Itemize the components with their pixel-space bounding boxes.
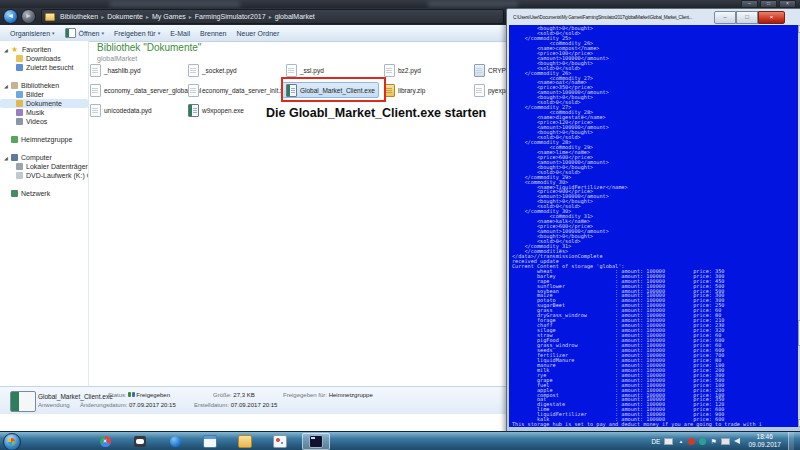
back-button[interactable]: ◄ <box>3 9 18 24</box>
breadcrumb-item-my-games[interactable]: My Games <box>150 13 188 20</box>
minimize-button[interactable]: – <box>741 0 758 8</box>
page-file-icon <box>474 84 485 97</box>
file-item-economy-data-server-global-xml[interactable]: economy_data_server_global.xml <box>90 83 201 97</box>
expander-expanded-icon[interactable]: ◢ <box>4 83 11 89</box>
taskbar-clock[interactable]: 18:46 09.09.2017 <box>748 433 781 449</box>
taskbar-apps <box>92 433 330 449</box>
breadcrumb-item-dokumente[interactable]: Dokumente <box>105 13 145 20</box>
sidebar-item-heimnetzgruppe[interactable]: Heimnetzgruppe <box>0 135 88 144</box>
file-item-hashlib-pyd[interactable]: _hashlib.pyd <box>90 63 141 77</box>
toolbar-button-label: Neuer Ordner <box>236 30 279 37</box>
file-item-library-zip[interactable]: library.zip <box>384 83 425 97</box>
sidebar-item-netzwerk[interactable]: Netzwerk <box>0 189 88 198</box>
sidebar-item-dvd-laufwerk-k-office1[interactable]: DVD-Laufwerk (K:) OFFICE1 <box>0 171 88 180</box>
sidebar-item-label: Bilder <box>26 91 44 98</box>
toolbar-button-label: Organisieren <box>10 30 50 37</box>
windows-logo-icon <box>8 438 15 445</box>
console-output: <bought>0</bought> <sold>0</sold> </comm… <box>509 25 800 427</box>
file-item-bz2-pyd[interactable]: bz2.pyd <box>384 63 421 77</box>
taskbar-app-paint[interactable] <box>267 434 293 449</box>
sidebar-section-bibliotheken: ◢BibliothekenBilderDokumenteMusikVideos <box>0 81 88 126</box>
system-tray: DE ▴⚑ 18:46 09.09.2017 <box>651 432 794 450</box>
taskbar-app-notepad[interactable] <box>197 434 223 449</box>
maximize-button[interactable]: □ <box>736 11 758 24</box>
network-tray-icon[interactable] <box>721 438 730 445</box>
sidebar-item-computer[interactable]: ◢Computer <box>0 153 88 162</box>
taskbar-app-chrome[interactable] <box>92 434 118 449</box>
breadcrumb-item-globalmarket[interactable]: globalMarket <box>273 13 317 20</box>
details-field-label: Status: <box>108 392 128 398</box>
sidebar-item-favoriten[interactable]: ◢★Favoriten <box>0 45 88 54</box>
file-item-socket-pyd[interactable]: _socket.pyd <box>188 63 237 77</box>
toolbar-button-ffnen[interactable]: Öffnen▾ <box>65 28 104 38</box>
library-title: Bibliothek "Dokumente" <box>97 42 201 53</box>
documents-library-icon <box>16 100 23 107</box>
paint-icon <box>273 435 287 448</box>
sidebar-item-bilder[interactable]: Bilder <box>0 90 88 99</box>
toolbar-button-neuer-ordner[interactable]: Neuer Ordner <box>236 30 279 37</box>
file-name: economy_data_server_global.xml <box>104 87 201 94</box>
sidebar-item-zuletzt-besucht[interactable]: Zuletzt besucht <box>0 63 88 72</box>
close-button[interactable]: × <box>758 11 785 24</box>
file-item-w9xpopen-exe[interactable]: w9xpopen.exe <box>188 103 244 117</box>
toolbar-button-brennen[interactable]: Brennen <box>200 30 226 37</box>
breadcrumb-item-farmingsimulator2017[interactable]: FarmingSimulator2017 <box>193 13 268 20</box>
taskbar-app-audio[interactable] <box>162 434 188 449</box>
show-desktop-button[interactable] <box>788 432 794 450</box>
breadcrumb-item-bibliotheken[interactable]: Bibliotheken <box>58 13 100 20</box>
navigation-pane: ◢★FavoritenDownloadsZuletzt besucht◢Bibl… <box>0 41 89 405</box>
chrome-icon <box>100 436 111 447</box>
breadcrumb[interactable]: Bibliotheken▸Dokumente▸My Games▸FarmingS… <box>41 9 504 24</box>
details-field-value: Freigegeben <box>136 392 170 398</box>
taskbar-app-folder[interactable] <box>232 434 258 449</box>
local-disk-icon <box>16 163 23 170</box>
envelope-icon[interactable] <box>664 438 673 445</box>
sidebar-item-label: Bibliotheken <box>21 82 59 89</box>
file-name: economy_data_server_init.xml <box>202 87 290 94</box>
details-file-name: Global_Market_Client.exe <box>38 393 113 400</box>
sidebar-item-lokaler-datentr-ger-c[interactable]: Lokaler Datenträger (C:) <box>0 162 88 171</box>
taskbar-app-discord[interactable] <box>127 434 153 449</box>
expander-expanded-icon[interactable]: ◢ <box>4 47 11 53</box>
notepad-icon <box>203 435 217 448</box>
sidebar-section-computer: ◢ComputerLokaler Datenträger (C:)DVD-Lau… <box>0 153 88 180</box>
toolbar-button-label: Freigeben für <box>114 30 156 37</box>
taskbar-app-console[interactable] <box>302 433 330 450</box>
sidebar-item-bibliotheken[interactable]: ◢Bibliotheken <box>0 81 88 90</box>
downloads-folder-icon <box>16 55 23 62</box>
selected-file-icon <box>10 391 36 412</box>
action-center-flag-icon[interactable]: ⚑ <box>710 438 717 445</box>
sidebar-item-musik[interactable]: Musik <box>0 108 88 117</box>
details-field-value: 27,3 KB <box>233 392 254 398</box>
red-app-tray-icon[interactable] <box>688 438 695 445</box>
toolbar-button-freigeben-f-r[interactable]: Freigeben für▾ <box>114 30 160 37</box>
minimize-button[interactable]: – <box>714 11 736 24</box>
page-file-icon <box>90 64 101 77</box>
taskbar: DE ▴⚑ 18:46 09.09.2017 <box>0 431 800 450</box>
chevron-down-icon: ▾ <box>52 30 55 36</box>
toolbar-button-label: E-Mail <box>170 30 190 37</box>
maximize-button[interactable]: □ <box>760 0 777 8</box>
toolbar-button-e-mail[interactable]: E-Mail <box>170 30 190 37</box>
pictures-library-icon <box>16 91 23 98</box>
sidebar-item-downloads[interactable]: Downloads <box>0 54 88 63</box>
toolbar-button-organisieren[interactable]: Organisieren▾ <box>10 30 55 37</box>
file-item-ssl-pyd[interactable]: _ssl.pyd <box>286 63 324 77</box>
show-hidden-icons-caret[interactable]: ▴ <box>677 438 684 445</box>
sidebar-item-videos[interactable]: Videos <box>0 117 88 126</box>
language-indicator[interactable]: DE <box>651 438 660 445</box>
green-app-tray-icon[interactable] <box>699 438 706 445</box>
file-item-unicodedata-pyd[interactable]: unicodedata.pyd <box>90 103 152 117</box>
file-item-economy-data-server-init-xml[interactable]: economy_data_server_init.xml <box>188 83 290 97</box>
expander-expanded-icon[interactable]: ◢ <box>4 155 11 161</box>
start-button[interactable] <box>3 433 21 450</box>
explorer-window-controls: – □ × <box>741 0 796 8</box>
folder-icon <box>45 13 55 21</box>
volume-icon[interactable] <box>734 438 740 444</box>
sidebar-item-label: DVD-Laufwerk (K:) OFFICE1 <box>26 172 89 179</box>
annotation-caption: Die Gloabl_Market_Client.exe starten <box>266 106 486 120</box>
close-button[interactable]: × <box>779 0 796 8</box>
sidebar-item-dokumente[interactable]: Dokumente <box>0 99 88 108</box>
forward-button[interactable]: ► <box>21 9 36 24</box>
sidebar-item-label: Netzwerk <box>21 190 50 197</box>
